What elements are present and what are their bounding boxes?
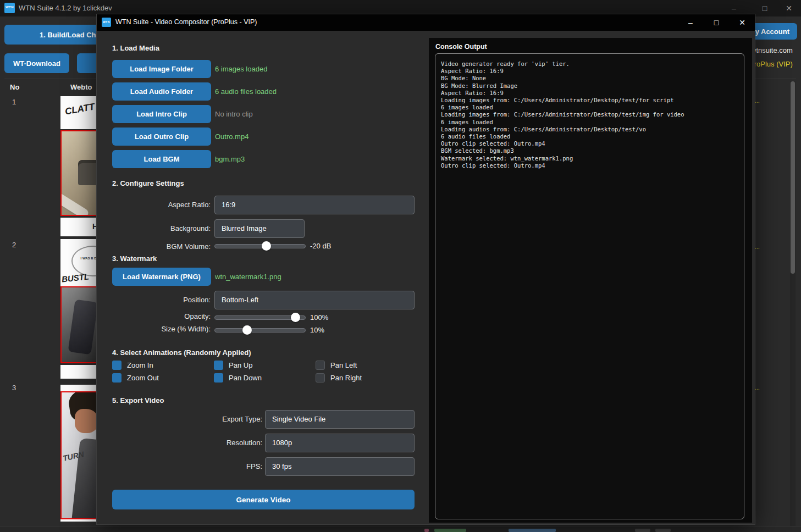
video-compositor-dialog: WTN WTN Suite - Video Compositor (ProPlu…	[96, 14, 755, 525]
export-type-select[interactable]: Single Video File	[265, 410, 415, 429]
tier-badge: ProPlus (VIP)	[749, 60, 793, 68]
comic-sfx-text: CLATT	[64, 101, 96, 117]
checkbox-pan-left[interactable]: Pan Left	[316, 360, 409, 371]
load-intro-clip-button[interactable]: Load Intro Clip	[112, 105, 211, 123]
slider-handle[interactable]	[262, 241, 271, 251]
opacity-slider[interactable]	[214, 312, 306, 323]
background-select[interactable]: Blurred Image	[214, 219, 305, 238]
section-heading-export: 5. Export Video	[112, 396, 164, 404]
load-audio-folder-button[interactable]: Load Audio Folder	[112, 82, 211, 101]
media-row-bgm: Load BGM bgm.mp3	[112, 150, 420, 168]
checkbox-zoom-out[interactable]: Zoom Out	[112, 373, 206, 384]
bgm-volume-value: -20 dB	[310, 241, 331, 252]
checkbox-label: Pan Right	[330, 373, 362, 384]
opacity-label: Opacity:	[112, 312, 211, 320]
checkbox-label: Pan Left	[330, 360, 357, 371]
checkbox-icon[interactable]	[316, 361, 325, 370]
dialog-maximize-icon[interactable]: □	[704, 14, 729, 31]
audio-folder-status: 6 audio files loaded	[215, 82, 277, 101]
vertical-scrollbar[interactable]	[790, 81, 796, 527]
section-heading-load-media: 1. Load Media	[112, 44, 159, 52]
load-bgm-button[interactable]: Load BGM	[112, 150, 211, 168]
checkbox-label: Zoom In	[127, 360, 153, 371]
aspect-ratio-label: Aspect Ratio:	[112, 201, 211, 209]
app-logo-icon: WTN	[4, 3, 15, 13]
slider-handle[interactable]	[242, 325, 252, 335]
opacity-value: 100%	[310, 312, 328, 323]
image-folder-status: 6 images loaded	[215, 60, 267, 78]
size-label: Size (% Width):	[112, 325, 211, 333]
row-number: 3	[12, 384, 16, 392]
row-number: 1	[12, 98, 16, 106]
dialog-close-icon[interactable]: ✕	[730, 14, 755, 31]
console-heading: Console Output	[435, 43, 487, 51]
dialog-title: WTN Suite - Video Compositor (ProPlus - …	[115, 18, 257, 26]
checkbox-label: Zoom Out	[127, 373, 159, 384]
maximize-icon[interactable]: □	[752, 0, 777, 16]
checkbox-pan-down[interactable]: Pan Down	[214, 373, 307, 384]
position-label: Position:	[112, 296, 211, 304]
slider-groove	[214, 244, 306, 248]
media-row-intro-clip: Load Intro Clip No intro clip	[112, 105, 420, 123]
aspect-ratio-select[interactable]: 16:9	[214, 196, 415, 214]
bgm-volume-slider[interactable]	[214, 241, 306, 252]
load-image-folder-button[interactable]: Load Image Folder	[112, 60, 211, 78]
checkbox-icon[interactable]	[214, 361, 223, 370]
main-window-title: WTN Suite 4.1.2 by 1clickdev	[19, 4, 112, 12]
intro-clip-status: No intro clip	[215, 105, 253, 123]
comic-arm-shape	[60, 191, 90, 216]
dialog-logo-icon: WTN	[102, 18, 111, 27]
position-select[interactable]: Bottom-Left	[214, 291, 415, 309]
size-value: 10%	[310, 325, 324, 336]
table-header-no: No	[10, 83, 19, 91]
watermark-row: Load Watermark (PNG) wtn_watermark1.png	[112, 268, 420, 286]
comic-panel-image	[60, 286, 100, 363]
dialog-titlebar[interactable]: WTN WTN Suite - Video Compositor (ProPlu…	[97, 14, 755, 31]
bottom-toolbar-sliver	[0, 526, 801, 532]
media-row-outro-clip: Load Outro Clip Outro.mp4	[112, 128, 420, 146]
checkbox-icon[interactable]	[112, 361, 121, 370]
section-heading-configure: 2. Configure Settings	[112, 179, 184, 187]
generate-video-button[interactable]: Generate Video	[112, 490, 415, 509]
table-row-thumbnail-2[interactable]: I WAS B DEATH BUSTL	[60, 239, 100, 380]
dialog-body: 1. Load Media Load Image Folder 6 images…	[97, 31, 755, 525]
load-outro-clip-button[interactable]: Load Outro Clip	[112, 128, 211, 146]
checkbox-icon[interactable]	[316, 373, 325, 383]
dialog-minimize-icon[interactable]: –	[678, 14, 703, 31]
comic-sfx-text: BUSTL	[61, 271, 90, 284]
background-label: Background:	[112, 224, 211, 232]
checkbox-pan-right[interactable]: Pan Right	[316, 373, 409, 384]
scrollbar-thumb[interactable]	[791, 81, 795, 274]
bgm-volume-label: BGM Volume:	[112, 242, 211, 251]
comic-panel-image: TURN	[60, 391, 100, 519]
website-link[interactable]: wtnsuite.com	[751, 46, 793, 54]
section-heading-animations: 4. Select Animations (Randomly Applied)	[112, 348, 251, 357]
watermark-status: wtn_watermark1.png	[215, 268, 281, 286]
bgm-status: bgm.mp3	[215, 150, 245, 168]
checkbox-zoom-in[interactable]: Zoom In	[112, 360, 206, 371]
table-row-thumbnail-3[interactable]: TURN	[60, 385, 100, 523]
comic-face-shape	[75, 409, 99, 433]
checkbox-label: Pan Down	[229, 373, 262, 384]
console-panel: Console Output Video generator ready for…	[429, 38, 752, 523]
comic-panel-image	[60, 130, 100, 216]
size-slider[interactable]	[214, 325, 306, 336]
media-row-image-folder: Load Image Folder 6 images loaded	[112, 60, 420, 78]
checkbox-pan-up[interactable]: Pan Up	[214, 360, 307, 371]
desktop: WTN WTN Suite 4.1.2 by 1clickdev – □ ✕ 1…	[0, 0, 801, 532]
checkbox-icon[interactable]	[214, 373, 223, 383]
fps-select[interactable]: 30 fps	[265, 457, 415, 476]
export-type-label: Export Type:	[163, 415, 262, 423]
resolution-select[interactable]: 1080p	[265, 434, 415, 452]
wt-download-button[interactable]: WT-Download	[4, 53, 69, 73]
close-icon[interactable]: ✕	[776, 0, 801, 16]
outro-clip-status: Outro.mp4	[215, 128, 248, 146]
checkbox-icon[interactable]	[112, 373, 121, 383]
fps-label: FPS:	[163, 462, 262, 470]
table-row-thumbnail-1[interactable]: CLATT H	[60, 96, 100, 237]
console-output-box: Video generator ready for 'vip' tier. As…	[435, 53, 744, 519]
slider-handle[interactable]	[291, 313, 300, 322]
resolution-label: Resolution:	[163, 439, 262, 447]
checkbox-label: Pan Up	[229, 360, 252, 371]
load-watermark-button[interactable]: Load Watermark (PNG)	[112, 268, 211, 286]
